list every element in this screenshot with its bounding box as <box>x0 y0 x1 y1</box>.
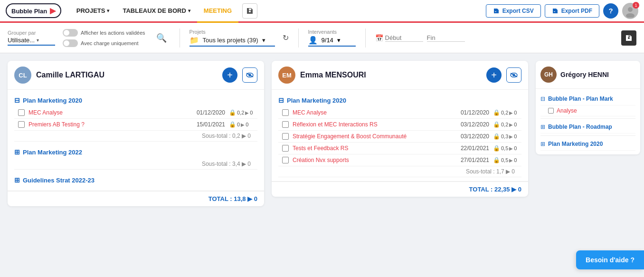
nav-projets[interactable]: PROJETS ▾ <box>70 0 116 23</box>
add-button-emma[interactable]: + <box>486 67 502 83</box>
user-column-camille: CL Camille LARTIGAU + ⊟ Plan Marketing 2… <box>8 61 264 206</box>
task-name-creation-emma[interactable]: Création Nvx supports <box>293 157 447 163</box>
person-icon: 👤 <box>308 36 318 45</box>
toggle-knob-2 <box>64 40 69 46</box>
tasks-scroll-emma: ⊟ Plan Marketing 2020 MEC Analyse 01/12/… <box>272 90 528 181</box>
expand-icon-pm2022-camille: ⊞ <box>14 148 20 156</box>
task-checkbox-analyse-gregory[interactable] <box>548 108 554 114</box>
task-name-abtesting-camille[interactable]: Premiers AB Testing ? <box>28 121 183 128</box>
save-icon[interactable] <box>242 3 257 19</box>
project-link-bp-roadmap[interactable]: Bubble Plan - Roadmap <box>548 124 612 130</box>
project-link-bp-mark[interactable]: Bubble Plan - Plan Mark <box>548 96 613 102</box>
project-item-pm2020-gregory: ⊞ Plan Marketing 2020 <box>540 138 635 151</box>
collapse-icon-pm2020-camille: ⊟ <box>14 96 20 104</box>
subtotal-pm2020-camille: Sous-total : 0,2 ▶ 0 <box>14 131 257 142</box>
task-weight-mec-camille: 🔒0,2 ▶0 <box>229 109 257 116</box>
add-button-camille[interactable]: + <box>222 67 237 83</box>
collapse-icon-pm2020-emma: ⊟ <box>278 96 284 104</box>
export-pdf-button[interactable]: Export PDF <box>545 4 599 18</box>
search-button[interactable]: 🔍 <box>153 29 170 47</box>
task-weight-reflexion-emma: 🔒0,2 ▶0 <box>493 121 521 128</box>
task-date-strategie-emma: 03/12/2020 <box>451 133 489 140</box>
project-item-bubbleplan-mark-gregory: ⊟ Bubble Plan - Plan Mark <box>540 93 635 105</box>
date-filter: 📅 <box>375 34 465 42</box>
total-emma: TOTAL : 22,35 ▶ 0 <box>272 181 528 197</box>
eye-button-emma[interactable] <box>506 67 521 83</box>
user-column-emma: EM Emma MENSOURI + ⊟ Plan Marketing 2020… <box>272 61 528 197</box>
intervenants-filter-group: Intervenants 👤 9/14 ▾ <box>308 29 356 47</box>
task-item-analyse-gregory: Analyse <box>540 105 635 116</box>
task-date-abtesting-camille: 15/01/2021 <box>187 121 225 128</box>
expand-icon-bp-roadmap: ⊞ <box>540 124 545 130</box>
task-checkbox-mec-camille[interactable] <box>18 109 25 116</box>
project-header-pm2022-camille[interactable]: ⊞ Plan Marketing 2022 <box>14 145 257 159</box>
toggle-validated[interactable] <box>63 29 78 37</box>
task-name-tests-emma[interactable]: Tests et Feedback RS <box>293 145 447 152</box>
task-row-reflexion-emma: Réflexion et MEC Interactions RS 03/12/2… <box>278 119 521 131</box>
task-weight-mec-emma: 🔒0,2 ▶0 <box>493 109 521 116</box>
save-filter-button[interactable] <box>621 30 636 46</box>
refresh-button[interactable]: ↻ <box>283 33 289 42</box>
logo[interactable]: Bubble Plan ▶ <box>6 3 61 18</box>
task-checkbox-reflexion-emma[interactable] <box>282 121 289 128</box>
project-section-pm2022-camille: ⊞ Plan Marketing 2022 Sous-total : 3,4 ▶… <box>8 142 264 170</box>
debut-input[interactable] <box>385 34 423 42</box>
eye-button-camille[interactable] <box>242 67 257 83</box>
task-checkbox-mec-emma[interactable] <box>282 109 289 116</box>
logo-text: Bubble Plan ▶ <box>6 3 61 18</box>
task-weight-tests-emma: 🔒0,5 ▶0 <box>493 145 521 152</box>
task-checkbox-abtesting-camille[interactable] <box>18 121 25 128</box>
task-checkbox-creation-emma[interactable] <box>282 157 289 163</box>
group-by-filter: Grouper par Utilisate... ▾ <box>8 30 55 46</box>
toggle-charge[interactable] <box>63 39 78 47</box>
fin-input[interactable] <box>427 34 465 42</box>
collapse-icon-bp-mark: ⊟ <box>540 96 545 102</box>
projects-filter-group: Projets 📁 Tous les projets (39) ▾ <box>189 29 275 47</box>
export-csv-button[interactable]: Export CSV <box>486 4 541 18</box>
task-date-tests-emma: 22/01/2021 <box>451 145 489 152</box>
project-header-guidelines-camille[interactable]: ⊞ Guidelines Strat 2022-23 <box>14 173 257 187</box>
expand-arrow-icon[interactable]: ▶ <box>245 110 249 115</box>
nav-tableaux[interactable]: TABLEAUX DE BORD ▾ <box>116 0 197 23</box>
nav-meeting[interactable]: MEETING <box>197 0 238 23</box>
project-link-pm2020-gregory[interactable]: Plan Marketing 2020 <box>548 141 603 147</box>
task-row-creation-emma: Création Nvx supports 27/01/2021 🔒0,5 ▶0 <box>278 154 521 166</box>
project-section-guidelines-camille: ⊞ Guidelines Strat 2022-23 <box>8 170 264 187</box>
help-float-button[interactable]: Besoin d'aide ? <box>576 250 644 269</box>
task-name-mec-camille[interactable]: MEC Analyse <box>28 109 183 116</box>
task-weight-strategie-emma: 🔒0,3 ▶0 <box>493 133 521 140</box>
projects-select[interactable]: 📁 Tous les projets (39) ▾ <box>189 36 275 47</box>
weight-icon-mec-emma: 🔒 <box>493 109 500 116</box>
avatar-emma: EM <box>278 67 295 84</box>
project-header-pm2020-camille[interactable]: ⊟ Plan Marketing 2020 <box>14 94 257 107</box>
task-name-reflexion-emma[interactable]: Réflexion et MEC Interactions RS <box>293 121 447 128</box>
user-avatar-nav[interactable]: 1 <box>622 3 638 19</box>
divider-gregory-1 <box>540 118 635 119</box>
debut-date-input: 📅 <box>375 34 423 42</box>
project-header-pm2020-emma[interactable]: ⊟ Plan Marketing 2020 <box>278 94 521 107</box>
subtotal-pm2022-camille: Sous-total : 3,4 ▶ 0 <box>14 159 257 170</box>
avatar-gregory: GH <box>540 67 557 83</box>
task-checkbox-tests-emma[interactable] <box>282 145 289 152</box>
user-header-emma: EM Emma MENSOURI + <box>272 61 528 90</box>
intervenants-select[interactable]: 👤 9/14 ▾ <box>308 36 356 47</box>
toggle-validated-row: Afficher les actions validées <box>63 29 145 37</box>
user-column-gregory: GH Grégory HENNI ⊟ Bubble Plan - Plan Ma… <box>536 61 640 154</box>
tasks-content-gregory: ⊟ Bubble Plan - Plan Mark Analyse ⊞ Bubb… <box>536 89 640 154</box>
task-checkbox-strategie-emma[interactable] <box>282 133 289 140</box>
task-weight-creation-emma: 🔒0,5 ▶0 <box>493 157 521 163</box>
divider-2 <box>298 29 299 48</box>
group-by-select[interactable]: Utilisate... ▾ <box>8 37 55 46</box>
svg-point-0 <box>628 7 633 12</box>
weight-icon: 🔒 <box>229 109 236 116</box>
svg-point-1 <box>626 13 635 18</box>
help-button[interactable]: ? <box>603 3 618 19</box>
user-header-gregory: GH Grégory HENNI <box>536 61 640 89</box>
expand-icon-guidelines-camille: ⊞ <box>14 176 20 184</box>
subtotal-pm2020-emma: Sous-total : 1,7 ▶ 0 <box>278 166 521 177</box>
task-name-analyse-gregory[interactable]: Analyse <box>557 107 577 114</box>
top-navigation: Bubble Plan ▶ PROJETS ▾ TABLEAUX DE BORD… <box>0 0 644 23</box>
task-name-mec-emma[interactable]: MEC Analyse <box>293 109 447 116</box>
task-name-strategie-emma[interactable]: Stratégie Engagement & Boost Communauté <box>293 133 447 140</box>
expand-arrow-icon-2[interactable]: ▶ <box>241 122 245 127</box>
